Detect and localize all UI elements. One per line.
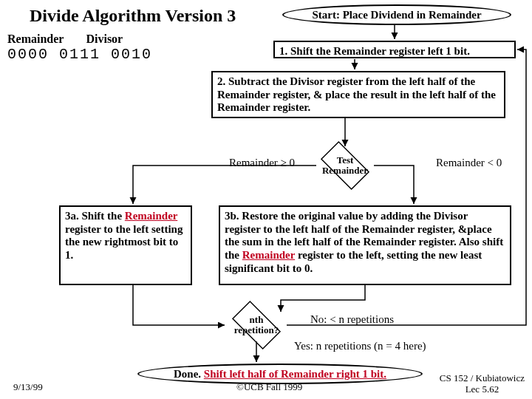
test-remainder-decision: Test Remainder: [315, 148, 375, 183]
remainder-label: Remainder: [7, 33, 64, 46]
step-3a: 3a. Shift the Remainder register to the …: [59, 205, 192, 285]
register-labels: Remainder Divisor: [7, 33, 123, 46]
footer-date: 9/13/99: [13, 381, 43, 393]
start-text: Start: Place Dividend in Remainder: [312, 9, 481, 21]
nth-repetition-text: nth repetition?: [226, 315, 287, 335]
step-1-text: 1. Shift the Remainder register left 1 b…: [279, 45, 470, 57]
footer-lecture: Lec 5.62: [440, 384, 525, 395]
step-2: 2. Subtract the Divisor register from th…: [211, 71, 505, 118]
footer-copyright: ©UCB Fall 1999: [236, 381, 302, 393]
footer-course: CS 152 / Kubiatowicz: [440, 373, 525, 383]
register-values: 0000 0111 0010: [7, 46, 152, 63]
divisor-label: Divisor: [86, 33, 123, 46]
divisor-value: 0010: [111, 46, 152, 63]
step-3b: 3b. Restore the original value by adding…: [219, 205, 511, 285]
step-3b-red: Remainder: [242, 249, 295, 261]
branch-lt-label: Remainder < 0: [436, 157, 502, 169]
step-1: 1. Shift the Remainder register left 1 b…: [273, 41, 516, 58]
nth-repetition-decision: nth repetition?: [226, 307, 287, 343]
remainder-value: 0000 0111: [7, 46, 100, 63]
step-3a-red: Remainder: [125, 210, 177, 222]
footer-right: CS 152 / Kubiatowicz Lec 5.62: [440, 373, 525, 395]
branch-yes-label: Yes: n repetitions (n = 4 here): [294, 340, 426, 352]
page-title: Divide Algorithm Version 3: [30, 6, 236, 26]
test-remainder-text: Test Remainder: [315, 155, 375, 175]
step-3a-post: register to the left setting the new rig…: [65, 223, 183, 261]
branch-ge-label: Remainder ≥ 0: [229, 157, 295, 169]
done-red: Shift left half of Remainder right 1 bit…: [204, 368, 386, 381]
step-2-text: 2. Subtract the Divisor register from th…: [217, 75, 496, 113]
branch-no-label: No: < n repetitions: [310, 313, 394, 326]
done-pre: Done.: [174, 368, 201, 381]
start-node: Start: Place Dividend in Remainder: [282, 4, 511, 25]
step-3a-pre: 3a. Shift the: [65, 210, 125, 222]
